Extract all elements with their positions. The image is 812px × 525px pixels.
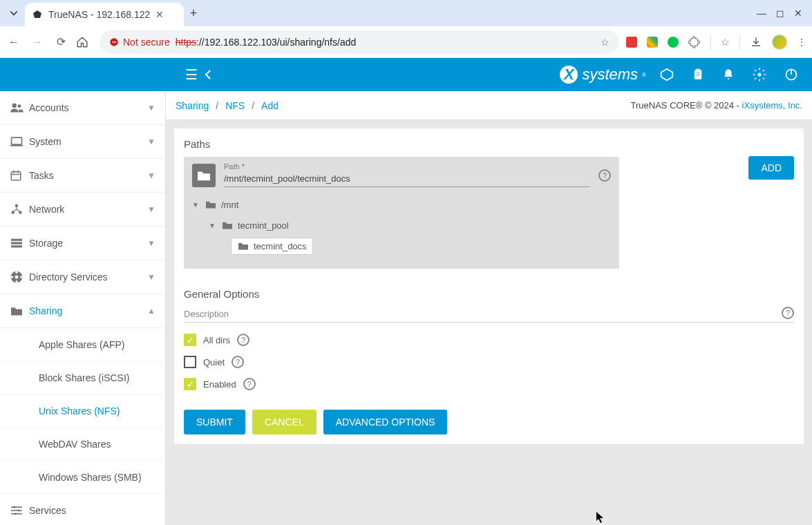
sidebar-item-label: Network: [29, 204, 147, 215]
accounts-icon: [10, 102, 29, 113]
help-icon[interactable]: ?: [243, 378, 256, 390]
checkbox-quiet[interactable]: [184, 356, 196, 368]
network-icon: [10, 203, 29, 216]
settings-gear-icon[interactable]: [753, 68, 766, 82]
tree-row-l2[interactable]: tecmint_docs: [192, 236, 611, 256]
bookmark-star-icon[interactable]: ☆: [601, 37, 610, 48]
chevron-down-icon: ▼: [147, 272, 155, 282]
help-icon[interactable]: ?: [232, 356, 244, 368]
sidebar-item-services[interactable]: Services: [0, 494, 165, 525]
sidebar-item-directory-services[interactable]: Directory Services ▼: [0, 260, 165, 294]
close-tab-icon[interactable]: ✕: [155, 9, 164, 20]
tab-dropdown-icon[interactable]: [3, 9, 25, 17]
reload-button[interactable]: ⟳: [53, 35, 69, 48]
sidebar-item-label: Directory Services: [29, 271, 147, 283]
ixsystems-link[interactable]: iXsystems, Inc.: [742, 100, 802, 111]
forward-button: →: [29, 36, 46, 48]
paths-box: Path * ? ▼ /mnt: [184, 157, 619, 269]
profile-avatar[interactable]: [772, 35, 787, 50]
svg-point-24: [15, 276, 19, 279]
downloads-icon[interactable]: [750, 36, 762, 48]
back-chevron-icon[interactable]: [205, 70, 211, 79]
sidebar-item-sharing[interactable]: Sharing ▲: [0, 294, 165, 328]
sidebar-sub-webdav[interactable]: WebDAV Shares: [0, 428, 165, 461]
sidebar-item-accounts[interactable]: Accounts ▼: [0, 91, 165, 125]
tree-row-l1[interactable]: ▼ tecmint_pool: [192, 215, 611, 236]
bookmarks-icon[interactable]: ☆: [721, 37, 730, 48]
crumb-add[interactable]: Add: [261, 100, 278, 111]
sidebar-item-tasks[interactable]: Tasks ▼: [0, 159, 165, 193]
crumb-sharing[interactable]: Sharing: [176, 100, 209, 111]
cancel-button[interactable]: CANCEL: [252, 410, 317, 435]
notifications-icon[interactable]: [722, 68, 735, 82]
address-bar[interactable]: Not secure https://192.168.122.103/ui/sh…: [100, 30, 619, 54]
path-input[interactable]: [224, 164, 590, 187]
svg-rect-13: [11, 172, 21, 180]
instagram-ext-icon[interactable]: [647, 37, 658, 48]
svg-point-34: [15, 513, 17, 515]
svg-rect-1: [112, 41, 116, 42]
tree-row-root[interactable]: ▼ /mnt: [192, 194, 611, 215]
sidebar-sub-iscsi[interactable]: Block Shares (iSCSI): [0, 361, 165, 394]
svg-point-6: [758, 73, 762, 77]
svg-point-17: [15, 204, 19, 208]
svg-rect-20: [11, 239, 22, 241]
storage-icon: [10, 238, 29, 249]
folder-add-icon[interactable]: [192, 164, 216, 187]
copyright-text: TrueNAS CORE® © 2024 - iXsystems, Inc.: [631, 100, 802, 111]
tab-title: TrueNAS - 192.168.122: [48, 9, 150, 20]
help-icon[interactable]: ?: [782, 307, 794, 319]
calendar-icon: [10, 169, 29, 182]
path-field-label: Path *: [224, 162, 245, 171]
svg-rect-2: [695, 70, 702, 79]
truecommand-icon[interactable]: [660, 68, 674, 82]
grammarly-ext-icon[interactable]: [668, 37, 679, 48]
window-close-icon[interactable]: ✕: [794, 8, 802, 19]
clipboard-icon[interactable]: [692, 68, 704, 82]
sidebar-item-system[interactable]: System ▼: [0, 125, 165, 159]
hamburger-menu-icon[interactable]: ☰: [185, 66, 198, 83]
add-path-button[interactable]: ADD: [748, 156, 794, 180]
chevron-down-icon: ▼: [147, 204, 155, 214]
svg-point-25: [15, 271, 17, 274]
window-maximize-icon[interactable]: ◻: [776, 8, 784, 19]
extensions-icon[interactable]: [688, 36, 701, 48]
svg-point-27: [15, 280, 17, 283]
sidebar-sub-smb[interactable]: Windows Shares (SMB): [0, 461, 165, 494]
checkbox-label: All dirs: [203, 335, 230, 345]
section-title-general: General Options: [184, 288, 794, 300]
sidebar-item-label: System: [29, 136, 147, 147]
svg-rect-11: [12, 137, 22, 144]
folder-icon: [237, 241, 249, 251]
checkbox-enabled[interactable]: ✓: [184, 378, 196, 390]
power-icon[interactable]: [784, 68, 798, 82]
chrome-menu-icon[interactable]: ⋮: [797, 37, 806, 48]
sidebar-sub-afp[interactable]: Apple Shares (AFP): [0, 328, 165, 361]
ix-logo-icon: X: [560, 66, 578, 84]
browser-tab[interactable]: TrueNAS - 192.168.122 ✕: [25, 3, 184, 26]
submit-button[interactable]: SUBMIT: [184, 410, 245, 435]
help-icon[interactable]: ?: [237, 334, 249, 346]
tree-arrow-icon: ▼: [209, 222, 217, 229]
window-minimize-icon[interactable]: —: [757, 8, 766, 19]
advanced-options-button[interactable]: ADVANCED OPTIONS: [323, 410, 448, 435]
back-button[interactable]: ←: [6, 36, 22, 48]
home-button[interactable]: [76, 36, 93, 48]
directory-icon: [10, 270, 29, 284]
chevron-down-icon: ▼: [147, 103, 155, 113]
new-tab-button[interactable]: +: [184, 6, 203, 21]
sidebar: Accounts ▼ System ▼ Tasks ▼ Network ▼: [0, 91, 166, 525]
crumb-nfs[interactable]: NFS: [225, 100, 245, 111]
flipboard-ext-icon[interactable]: [626, 37, 637, 48]
checkbox-alldirs[interactable]: ✓: [184, 334, 196, 346]
laptop-icon: [10, 136, 29, 147]
checkbox-label: Enabled: [203, 379, 236, 390]
sidebar-item-network[interactable]: Network ▼: [0, 193, 165, 227]
svg-rect-22: [11, 245, 22, 247]
sliders-icon: [10, 505, 29, 516]
folder-icon: [10, 305, 29, 316]
help-icon[interactable]: ?: [598, 169, 611, 182]
sidebar-sub-nfs[interactable]: Unix Shares (NFS): [0, 394, 165, 428]
not-secure-badge[interactable]: Not secure: [109, 37, 170, 48]
sidebar-item-storage[interactable]: Storage ▼: [0, 227, 165, 260]
